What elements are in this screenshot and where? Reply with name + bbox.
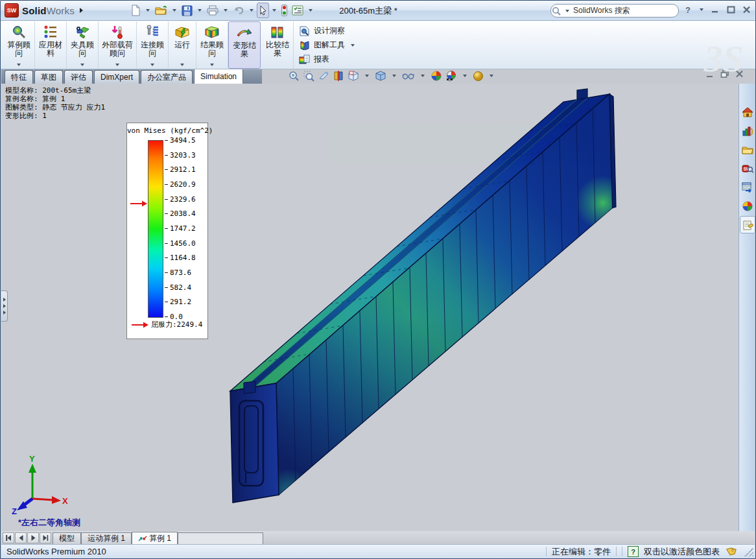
view-settings-caret[interactable] xyxy=(490,75,493,77)
tab-office-products[interactable]: 办公室产品 xyxy=(141,70,193,84)
study-advisor-caret[interactable] xyxy=(17,64,21,66)
zoom-fit-button[interactable] xyxy=(288,70,300,82)
deformed-result-button[interactable]: 变形结果 xyxy=(228,21,261,69)
study-tab-icon xyxy=(138,535,147,542)
report-button[interactable]: 报表 xyxy=(299,53,357,65)
hide-show-items-caret[interactable] xyxy=(421,75,425,77)
plot-tools-caret[interactable] xyxy=(351,44,355,47)
search-scope-caret[interactable] xyxy=(565,10,569,12)
maximize-button[interactable] xyxy=(724,3,737,16)
connections-advisor-caret[interactable] xyxy=(150,64,154,66)
open-button[interactable] xyxy=(153,3,169,18)
expand-arrow-icon xyxy=(3,298,6,302)
select-tool-button[interactable] xyxy=(257,3,269,18)
tab-dimxpert[interactable]: DimXpert xyxy=(94,70,139,84)
traffic-light-icon[interactable] xyxy=(279,3,289,18)
run-caret[interactable] xyxy=(180,64,184,66)
external-loads-advisor-caret[interactable] xyxy=(115,64,119,66)
run-button[interactable]: 运行 xyxy=(169,21,196,69)
bottom-tab-bar: 模型 运动算例 1 算例 1 xyxy=(1,531,755,544)
apply-material-button[interactable]: 应用材料 xyxy=(35,21,67,69)
minimize-button[interactable] xyxy=(709,3,722,16)
ribbon-stack: 设计洞察 图解工具 报表 xyxy=(294,21,362,69)
options-list-caret[interactable] xyxy=(309,9,313,12)
undo-button[interactable] xyxy=(231,3,246,18)
custom-properties-button[interactable] xyxy=(740,216,755,233)
new-document-button[interactable] xyxy=(128,3,143,18)
results-advisor-button[interactable]: 结果顾问 xyxy=(196,21,228,69)
tag-icon[interactable] xyxy=(725,547,737,556)
tab-evaluate[interactable]: 评估 xyxy=(64,70,93,84)
study-advisor-button[interactable]: 算例顾问 xyxy=(3,21,35,69)
display-style-button[interactable] xyxy=(375,70,386,82)
yield-level-arrow-icon xyxy=(130,200,148,208)
results-advisor-caret[interactable] xyxy=(210,64,214,66)
motion-study-tab[interactable]: 运动算例 1 xyxy=(81,532,132,544)
view-orientation-caret[interactable] xyxy=(365,75,369,77)
fixtures-advisor-caret[interactable] xyxy=(80,64,84,66)
plot-tools-button[interactable]: 图解工具 xyxy=(299,39,357,51)
title-bar: SW SolidWorks xyxy=(1,1,755,21)
save-caret[interactable] xyxy=(198,9,202,12)
compare-results-button[interactable]: 比较结果 xyxy=(262,21,294,69)
fixtures-advisor-button[interactable]: 夹具顾问 xyxy=(67,21,99,69)
graphics-viewport[interactable]: 模型名称: 200t-65m主梁 算例名称: 算例 1 图解类型: 静态 节应力… xyxy=(1,84,740,531)
print-button[interactable] xyxy=(205,3,220,18)
view-settings-button[interactable] xyxy=(473,71,484,82)
view-palette-button[interactable] xyxy=(740,178,755,196)
connections-advisor-button[interactable]: 连接顾问 xyxy=(137,21,169,69)
tab-sketch[interactable]: 草图 xyxy=(34,70,63,84)
display-style-caret[interactable] xyxy=(392,75,396,77)
design-insight-button[interactable]: 设计洞察 xyxy=(299,25,357,37)
doc-minimize-button[interactable] xyxy=(706,70,715,78)
doc-close-button[interactable] xyxy=(735,70,744,78)
appearances-scenes-button[interactable] xyxy=(740,197,755,215)
file-explorer-button[interactable] xyxy=(740,141,755,158)
previous-view-button[interactable] xyxy=(318,70,329,82)
first-tab-button[interactable] xyxy=(3,532,14,543)
apply-scene-caret[interactable] xyxy=(463,75,467,77)
design-library-icon xyxy=(742,126,753,136)
fixtures-advisor-icon xyxy=(74,25,91,40)
doc-restore-button[interactable] xyxy=(720,70,729,78)
new-document-caret[interactable] xyxy=(146,9,150,12)
close-button[interactable] xyxy=(740,3,753,16)
fea-beam-model[interactable] xyxy=(1,84,740,531)
solidworks-resources-button[interactable] xyxy=(740,103,755,121)
status-divider xyxy=(546,547,547,556)
options-list-button[interactable] xyxy=(290,3,305,18)
previous-tab-button[interactable] xyxy=(15,532,27,543)
solidworks-search-button[interactable]: SW xyxy=(740,160,755,177)
help-button[interactable]: ? xyxy=(681,3,694,16)
menu-expand-icon[interactable] xyxy=(80,8,83,13)
section-view-button[interactable] xyxy=(333,70,344,82)
save-button[interactable] xyxy=(180,3,195,18)
apply-scene-button[interactable] xyxy=(445,70,457,82)
open-caret[interactable] xyxy=(172,9,176,12)
edit-appearance-button[interactable] xyxy=(431,70,442,82)
status-hint[interactable]: 双击以激活颜色图表 xyxy=(644,546,720,558)
tab-features[interactable]: 特征 xyxy=(5,70,33,84)
zoom-area-button[interactable] xyxy=(303,70,314,82)
home-icon xyxy=(742,107,753,117)
external-loads-advisor-button[interactable]: 外部载荷顾问 xyxy=(99,21,137,69)
stress-color-legend[interactable]: von Mises (kgf/cm^2) 3494.5 3203.3 2912.… xyxy=(126,123,208,339)
design-insight-icon xyxy=(299,26,311,36)
status-help-icon[interactable]: ? xyxy=(628,546,639,557)
select-tool-caret[interactable] xyxy=(272,9,276,12)
tab-simulation[interactable]: Simulation xyxy=(194,68,243,84)
last-tab-button[interactable] xyxy=(40,532,51,543)
legend-value: 2620.9 xyxy=(170,180,196,189)
print-caret[interactable] xyxy=(224,9,228,12)
simulation-study-tab[interactable]: 算例 1 xyxy=(132,532,178,544)
design-library-button[interactable] xyxy=(740,122,755,139)
model-tab[interactable]: 模型 xyxy=(53,532,81,544)
help-caret[interactable] xyxy=(700,8,703,11)
view-orientation-button[interactable] xyxy=(348,70,359,82)
undo-caret[interactable] xyxy=(250,9,254,12)
next-tab-button[interactable] xyxy=(27,532,39,543)
search-input[interactable]: SolidWorks 搜索 xyxy=(550,4,679,18)
hide-show-items-button[interactable] xyxy=(402,71,415,80)
feature-manager-splitter[interactable] xyxy=(1,291,8,322)
resize-grip[interactable] xyxy=(744,547,753,556)
